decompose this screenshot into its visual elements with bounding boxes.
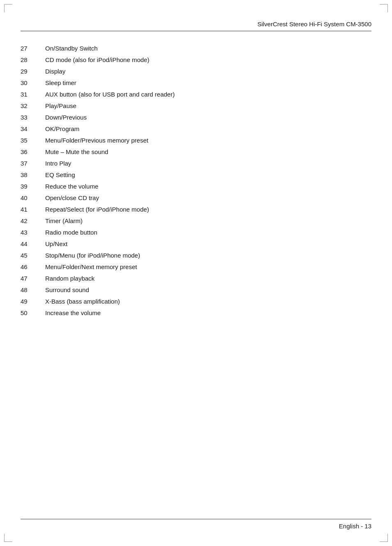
list-item: 32Play/Pause: [21, 101, 371, 111]
content-list: 27On/Standby Switch28CD mode (also for i…: [21, 44, 371, 318]
page-header: SilverCrest Stereo Hi-Fi System CM-3500: [21, 21, 371, 31]
list-item: 31AUX button (also for USB port and card…: [21, 90, 371, 99]
item-text: OK/Program: [45, 124, 79, 134]
item-text: Mute – Mute the sound: [45, 147, 108, 157]
item-number: 44: [21, 239, 45, 249]
item-number: 42: [21, 216, 45, 226]
item-text: CD mode (also for iPod/iPhone mode): [45, 55, 149, 65]
item-text: Reduce the volume: [45, 182, 98, 191]
item-text: Open/close CD tray: [45, 193, 99, 203]
list-item: 33Down/Previous: [21, 113, 371, 122]
list-item: 29Display: [21, 67, 371, 76]
item-text: Intro Play: [45, 159, 71, 168]
item-number: 28: [21, 55, 45, 65]
item-number: 48: [21, 285, 45, 295]
item-number: 27: [21, 44, 45, 53]
list-item: 40Open/close CD tray: [21, 193, 371, 203]
list-item: 49X-Bass (bass amplification): [21, 297, 371, 306]
item-number: 38: [21, 170, 45, 180]
item-number: 47: [21, 274, 45, 283]
item-number: 34: [21, 124, 45, 134]
item-number: 40: [21, 193, 45, 203]
list-item: 38EQ Setting: [21, 170, 371, 180]
item-text: X-Bass (bass amplification): [45, 297, 120, 306]
item-text: Menu/Folder/Previous memory preset: [45, 136, 148, 145]
item-text: Sleep timer: [45, 78, 76, 88]
list-item: 46Menu/Folder/Next memory preset: [21, 262, 371, 272]
corner-mark-tr: [380, 4, 388, 12]
footer-text: English - 13: [339, 523, 371, 530]
item-number: 37: [21, 159, 45, 168]
item-number: 30: [21, 78, 45, 88]
list-item: 43Radio mode button: [21, 228, 371, 237]
list-item: 28CD mode (also for iPod/iPhone mode): [21, 55, 371, 65]
item-number: 29: [21, 67, 45, 76]
item-number: 41: [21, 205, 45, 214]
corner-mark-bl: [4, 534, 12, 542]
list-item: 48Surround sound: [21, 285, 371, 295]
item-text: On/Standby Switch: [45, 44, 98, 53]
corner-mark-tl: [4, 4, 12, 12]
list-item: 44Up/Next: [21, 239, 371, 249]
item-number: 32: [21, 101, 45, 111]
item-number: 35: [21, 136, 45, 145]
item-number: 46: [21, 262, 45, 272]
list-item: 42Timer (Alarm): [21, 216, 371, 226]
item-number: 33: [21, 113, 45, 122]
list-item: 50Increase the volume: [21, 308, 371, 318]
item-text: Play/Pause: [45, 101, 76, 111]
item-number: 43: [21, 228, 45, 237]
item-text: Stop/Menu (for iPod/iPhone mode): [45, 251, 140, 260]
item-number: 31: [21, 90, 45, 99]
item-text: AUX button (also for USB port and card r…: [45, 90, 175, 99]
list-item: 36Mute – Mute the sound: [21, 147, 371, 157]
item-text: Surround sound: [45, 285, 89, 295]
item-number: 50: [21, 308, 45, 318]
item-text: Increase the volume: [45, 308, 101, 318]
page-container: SilverCrest Stereo Hi-Fi System CM-3500 …: [0, 0, 392, 546]
list-item: 47Random playback: [21, 274, 371, 283]
item-text: Timer (Alarm): [45, 216, 83, 226]
list-item: 45Stop/Menu (for iPod/iPhone mode): [21, 251, 371, 260]
list-item: 34OK/Program: [21, 124, 371, 134]
item-number: 49: [21, 297, 45, 306]
list-item: 41Repeat/Select (for iPod/iPhone mode): [21, 205, 371, 214]
item-text: Random playback: [45, 274, 95, 283]
list-item: 30Sleep timer: [21, 78, 371, 88]
corner-mark-br: [380, 534, 388, 542]
item-text: EQ Setting: [45, 170, 75, 180]
list-item: 39Reduce the volume: [21, 182, 371, 191]
item-text: Down/Previous: [45, 113, 87, 122]
list-item: 35Menu/Folder/Previous memory preset: [21, 136, 371, 145]
item-number: 45: [21, 251, 45, 260]
item-number: 36: [21, 147, 45, 157]
page-footer: English - 13: [21, 519, 371, 530]
item-text: Radio mode button: [45, 228, 97, 237]
item-text: Menu/Folder/Next memory preset: [45, 262, 137, 272]
list-item: 27On/Standby Switch: [21, 44, 371, 53]
item-text: Display: [45, 67, 65, 76]
item-number: 39: [21, 182, 45, 191]
list-item: 37Intro Play: [21, 159, 371, 168]
item-text: Repeat/Select (for iPod/iPhone mode): [45, 205, 149, 214]
header-title: SilverCrest Stereo Hi-Fi System CM-3500: [257, 21, 371, 28]
item-text: Up/Next: [45, 239, 67, 249]
